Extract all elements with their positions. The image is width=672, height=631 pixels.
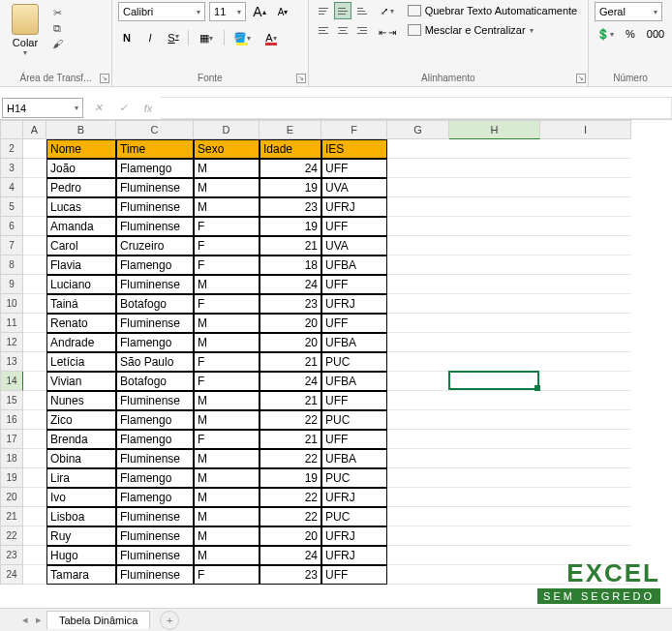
row-header-20[interactable]: 20 [0,488,23,507]
cell-C24[interactable]: Fluminense [116,565,194,585]
cell-I9[interactable] [540,275,631,294]
cell-G10[interactable] [387,294,449,314]
cell-G20[interactable] [387,488,449,507]
cell-I12[interactable] [540,333,631,352]
row-header-8[interactable]: 8 [0,255,23,275]
cell-C23[interactable]: Fluminense [116,546,194,565]
align-left-button[interactable] [315,21,332,39]
cell-D20[interactable]: M [194,488,260,507]
cut-button[interactable]: ✂ [48,6,66,19]
cell-E18[interactable]: 22 [260,449,321,468]
cell-A2[interactable] [23,139,46,159]
dialog-launcher-clipboard[interactable]: ↘ [100,74,109,83]
cell-G11[interactable] [387,314,449,333]
cell-I6[interactable] [540,217,631,236]
cell-C18[interactable]: Fluminense [116,449,194,468]
cell-D5[interactable]: M [194,197,260,217]
align-top-button[interactable] [315,2,332,19]
cell-I18[interactable] [540,449,631,468]
row-header-4[interactable]: 4 [0,178,23,197]
cell-H12[interactable] [449,333,540,352]
cell-E16[interactable]: 22 [260,410,321,430]
percent-button[interactable]: % [620,25,641,43]
cell-I22[interactable] [540,526,631,546]
cell-D11[interactable]: M [194,314,260,333]
cell-G19[interactable] [387,468,449,488]
cell-I10[interactable] [540,294,631,314]
cell-H7[interactable] [449,236,540,255]
cell-F5[interactable]: UFRJ [321,197,387,217]
accept-formula-button[interactable]: ✓ [110,97,136,119]
cell-D16[interactable]: M [194,410,260,430]
row-header-23[interactable]: 23 [0,546,23,565]
cell-B18[interactable]: Obina [46,449,116,468]
cell-E7[interactable]: 21 [260,236,321,255]
cell-A13[interactable] [23,352,46,372]
font-size-select[interactable]: 11 ▾ [209,2,246,21]
cell-G17[interactable] [387,430,449,449]
align-middle-button[interactable] [334,2,351,19]
cell-A9[interactable] [23,275,46,294]
cell-B6[interactable]: Amanda [46,217,116,236]
column-header-H[interactable]: H [449,120,540,139]
cell-G23[interactable] [387,546,449,565]
cell-H11[interactable] [449,314,540,333]
cell-H3[interactable] [449,159,540,178]
cell-G13[interactable] [387,352,449,372]
cell-E11[interactable]: 20 [260,314,321,333]
cell-A23[interactable] [23,546,46,565]
cell-F21[interactable]: PUC [321,507,387,526]
column-header-B[interactable]: B [46,120,116,139]
cell-C17[interactable]: Flamengo [116,430,194,449]
cell-B16[interactable]: Zico [46,410,116,430]
cell-I7[interactable] [540,236,631,255]
cell-D10[interactable]: F [194,294,260,314]
cell-E14[interactable]: 24 [260,372,321,391]
cell-E4[interactable]: 19 [260,178,321,197]
column-header-I[interactable]: I [540,120,631,139]
cell-B5[interactable]: Lucas [46,197,116,217]
cell-A22[interactable] [23,526,46,546]
row-header-12[interactable]: 12 [0,333,23,352]
cell-F24[interactable]: UFF [321,565,387,585]
cell-F20[interactable]: UFRJ [321,488,387,507]
cell-A6[interactable] [23,217,46,236]
dialog-launcher-font[interactable]: ↘ [296,74,306,83]
cell-C6[interactable]: Fluminense [116,217,194,236]
bold-button[interactable]: N [118,32,136,44]
cell-G12[interactable] [387,333,449,352]
cell-H5[interactable] [449,197,540,217]
cell-F3[interactable]: UFF [321,159,387,178]
cell-A3[interactable] [23,159,46,178]
cell-A24[interactable] [23,565,46,585]
cell-A15[interactable] [23,391,46,410]
cell-F9[interactable]: UFF [321,275,387,294]
font-color-button[interactable]: A▾ [260,29,283,46]
cell-C19[interactable]: Flamengo [116,468,194,488]
cell-F7[interactable]: UVA [321,236,387,255]
column-header-A[interactable]: A [23,120,46,139]
cell-F22[interactable]: UFRJ [321,526,387,546]
cell-D19[interactable]: M [194,468,260,488]
cell-G21[interactable] [387,507,449,526]
cell-H9[interactable] [449,275,540,294]
shrink-font-button[interactable]: A▾ [273,2,292,21]
name-box[interactable]: H14 ▾ [2,98,83,118]
cell-C15[interactable]: Fluminense [116,391,194,410]
cell-D21[interactable]: M [194,507,260,526]
cell-D22[interactable]: M [194,526,260,546]
cell-D18[interactable]: M [194,449,260,468]
cell-A5[interactable] [23,197,46,217]
cell-A12[interactable] [23,333,46,352]
cell-H17[interactable] [449,430,540,449]
cell-E5[interactable]: 23 [260,197,321,217]
cell-H18[interactable] [449,449,540,468]
cell-F2[interactable]: IES [321,139,387,159]
borders-button[interactable]: ▦▾ [195,29,218,46]
row-header-13[interactable]: 13 [0,352,23,372]
cell-B15[interactable]: Nunes [46,391,116,410]
grow-font-button[interactable]: A▴ [250,2,269,21]
cell-I15[interactable] [540,391,631,410]
cell-H10[interactable] [449,294,540,314]
cell-I14[interactable] [540,372,631,391]
